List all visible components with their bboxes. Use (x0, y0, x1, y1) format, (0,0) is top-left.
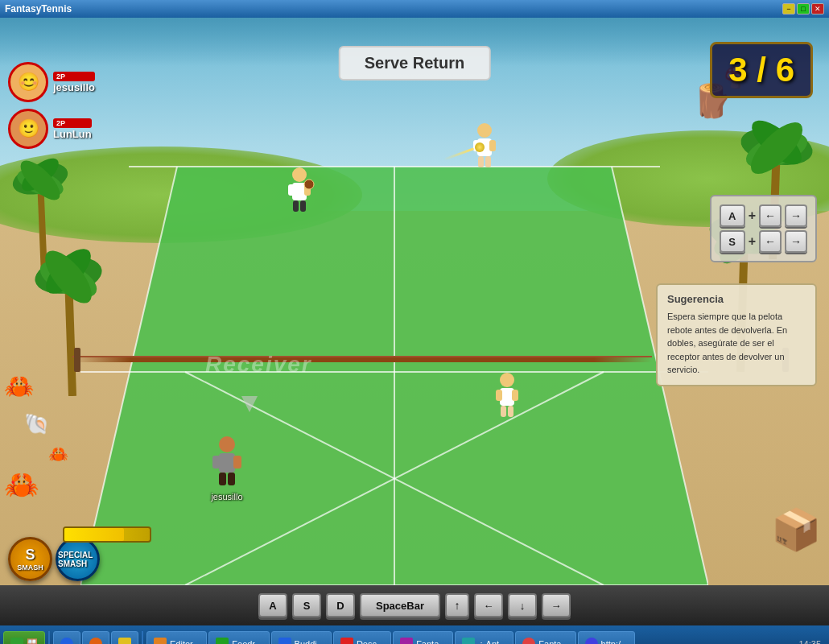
item1-label: Editor... (170, 639, 200, 645)
ctrl-arrow-left-1[interactable]: ← (759, 204, 782, 227)
item3-icon (278, 638, 291, 645)
item5-label: Fanta... (416, 639, 446, 645)
player2-badge: 2P (53, 118, 92, 128)
taskbar-divider2 (142, 631, 143, 645)
taskbar-item-1[interactable]: Editor... (146, 631, 207, 645)
taskbar-item-8[interactable]: http:/... (578, 631, 636, 645)
serve-return-banner: Serve Return (339, 46, 491, 80)
taskbar-item-7[interactable]: Fanta... (515, 631, 575, 645)
taskbar-ie-icon[interactable] (53, 631, 80, 645)
key-right[interactable]: → (542, 593, 571, 617)
suggestion-title: Sugerencia (667, 293, 806, 305)
taskbar-start-btn[interactable]: 🪟 (3, 631, 45, 645)
player1-row: 😊 2P jesusillo (8, 62, 95, 102)
score-display: 3 / 6 (728, 51, 794, 89)
player-avatars: 😊 2P jesusillo 🙂 2P LunLun (8, 62, 95, 149)
item6-label: ¿ Ant... (478, 639, 506, 645)
title-bar-label: FantasyTennis (5, 3, 72, 14)
item7-label: Fanta... (538, 639, 568, 645)
smash-button[interactable]: S SMASH (8, 537, 52, 581)
taskbar-item-5[interactable]: Fanta... (393, 631, 453, 645)
maximize-button[interactable]: □ (797, 3, 810, 14)
game-area: jesusillo Receiver 🦀 🐚 🦀 🦀 📦 🪵 🍄 😊 2P je… (0, 18, 829, 625)
tennis-ball (475, 142, 485, 152)
smash-bar (63, 526, 151, 543)
special-smash-button[interactable]: SPECIAL SMASH (56, 537, 100, 581)
key-d[interactable]: D (326, 593, 355, 617)
ctrl-arrow-right-1[interactable]: → (785, 204, 807, 227)
net-post-left (74, 348, 80, 372)
item6-icon (462, 638, 475, 645)
item5-icon (400, 638, 413, 645)
player2-avatar: 🙂 (8, 109, 48, 149)
ctrl-key-s[interactable]: S (720, 230, 745, 253)
player1-avatar: 😊 (8, 62, 48, 102)
player1-info: 2P jesusillo (53, 72, 95, 93)
key-spacebar[interactable]: SpaceBar (360, 593, 440, 617)
smash-area: S SMASH SPECIAL SMASH (8, 537, 100, 581)
score-box: 3 / 6 (710, 42, 813, 98)
ctrl-arrow-right-2[interactable]: → (785, 230, 807, 253)
taskbar-item-6[interactable]: ¿ Ant... (455, 631, 513, 645)
clock: 14:35 (798, 639, 821, 645)
system-tray: 14:35 (794, 639, 826, 645)
suggestion-text: Espera siempre que la pelota rebote ante… (667, 310, 806, 377)
ie-icon (60, 638, 73, 645)
taskbar-item-4[interactable]: Desc... (333, 631, 391, 645)
court-net (72, 356, 652, 362)
key-down[interactable]: ↓ (508, 593, 537, 617)
item4-label: Desc... (357, 639, 384, 645)
player2-row: 🙂 2P LunLun (8, 109, 95, 149)
close-button[interactable]: ✕ (811, 3, 824, 14)
item8-label: http:/... (601, 639, 629, 645)
item7-icon (522, 638, 535, 645)
item2-label: Feedr... (232, 639, 262, 645)
player2-name: LunLun (53, 128, 92, 140)
item3-label: Buddi... (295, 639, 324, 645)
suggestion-panel: Sugerencia Espera siempre que la pelota … (656, 283, 817, 386)
item4-icon (340, 638, 353, 645)
ctrl-plus-2: + (749, 234, 756, 249)
player1-badge: 2P (53, 72, 95, 81)
item1-icon (154, 638, 167, 645)
smash-letter: S (25, 547, 35, 564)
item2-icon (216, 638, 229, 645)
minimize-button[interactable]: − (782, 3, 795, 14)
firefox-icon (89, 638, 102, 645)
title-bar: FantasyTennis − □ ✕ (0, 0, 829, 18)
taskbar-divider (48, 631, 50, 645)
decoration-right-item: 📦 (771, 506, 821, 553)
key-left[interactable]: ← (474, 593, 503, 617)
taskbar: 🪟 Editor... Feedr... Buddi... Desc... Fa… (0, 625, 829, 644)
controls-panel: A + ← → S + ← → (710, 195, 817, 262)
bottom-controls: A S D SpaceBar ↑ ← ↓ → (0, 585, 829, 625)
special-smash-label: SPECIAL SMASH (58, 551, 97, 568)
player1-name: jesusillo (53, 81, 95, 93)
ctrl-plus-1: + (749, 208, 756, 223)
taskbar-item-2[interactable]: Feedr... (208, 631, 269, 645)
title-bar-controls: − □ ✕ (782, 3, 824, 14)
ctrl-key-a[interactable]: A (720, 204, 745, 227)
player2-info: 2P LunLun (53, 118, 92, 140)
start-icon (10, 638, 23, 645)
key-s[interactable]: S (292, 593, 321, 617)
taskbar-star-icon[interactable] (111, 631, 138, 645)
smash-label: SMASH (17, 564, 43, 572)
serve-return-text: Serve Return (365, 54, 465, 72)
key-a[interactable]: A (258, 593, 287, 617)
sand-background (0, 211, 829, 625)
key-up[interactable]: ↑ (445, 593, 469, 617)
taskbar-item-3[interactable]: Buddi... (271, 631, 332, 645)
item8-icon (585, 638, 598, 645)
star-icon (118, 638, 131, 645)
taskbar-ff-icon[interactable] (82, 631, 109, 645)
ctrl-arrow-left-2[interactable]: ← (759, 230, 782, 253)
